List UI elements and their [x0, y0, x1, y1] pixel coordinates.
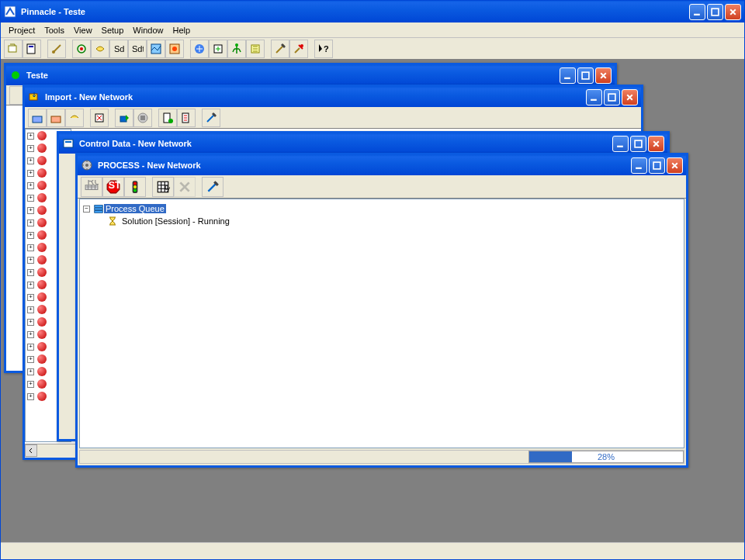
toolbar-btn-11[interactable]: [209, 40, 227, 58]
expand-icon[interactable]: +: [27, 381, 34, 388]
process-minimize[interactable]: [631, 157, 647, 174]
menu-view[interactable]: View: [69, 24, 97, 36]
expand-icon[interactable]: +: [27, 133, 34, 140]
toolbar-btn-15[interactable]: [289, 40, 308, 58]
import-tool-9[interactable]: [202, 109, 220, 127]
import-title: Import - New Network: [45, 92, 133, 102]
control-titlebar[interactable]: Control Data - New Network: [59, 133, 667, 154]
import-tool-2[interactable]: [47, 109, 65, 127]
progress-text: 28%: [529, 452, 683, 461]
toolbar-btn-13[interactable]: [246, 40, 265, 58]
expand-icon[interactable]: +: [27, 368, 34, 375]
process-grid-button[interactable]: %: [152, 177, 174, 197]
expand-icon[interactable]: +: [27, 195, 34, 202]
toolbar-btn-9[interactable]: [165, 40, 184, 58]
svg-rect-22: [582, 72, 589, 79]
expand-icon[interactable]: +: [27, 257, 34, 264]
control-close[interactable]: [648, 136, 664, 152]
toolbar-btn-help[interactable]: ?: [314, 40, 333, 58]
import-close[interactable]: [622, 89, 638, 105]
import-tool-7[interactable]: [158, 109, 177, 127]
process-run-button[interactable]: RUN: [81, 177, 102, 197]
status-dot-icon: [37, 156, 47, 165]
process-maximize[interactable]: [649, 157, 665, 174]
expand-icon[interactable]: +: [27, 344, 34, 351]
tree-child-row[interactable]: Solution [Session] - Running: [83, 215, 681, 227]
teste-minimize[interactable]: [560, 67, 576, 84]
status-dot-icon: [37, 367, 47, 376]
toolbar-btn-14[interactable]: [271, 40, 289, 58]
menu-setup[interactable]: Setup: [97, 24, 129, 36]
expand-icon[interactable]: +: [27, 282, 34, 289]
expand-icon[interactable]: +: [27, 157, 34, 164]
menu-help[interactable]: Help: [168, 24, 195, 36]
toolbar-btn-10[interactable]: [190, 40, 209, 58]
expand-icon[interactable]: +: [27, 170, 34, 177]
tree-child-label: Solution [Session] - Running: [120, 216, 231, 226]
process-stop-button[interactable]: STOP: [102, 177, 124, 197]
tree-root-row[interactable]: − Process Queue: [83, 202, 681, 215]
menu-tools[interactable]: Tools: [40, 24, 69, 36]
toolbar-btn-7[interactable]: Sdt: [128, 40, 147, 58]
expand-icon[interactable]: +: [27, 207, 34, 214]
svg-rect-24: [591, 99, 597, 100]
teste-close[interactable]: [595, 67, 612, 84]
expand-icon[interactable]: +: [27, 244, 34, 251]
expand-icon[interactable]: +: [27, 220, 34, 226]
menu-project[interactable]: Project: [4, 24, 40, 36]
expand-icon[interactable]: +: [27, 393, 34, 400]
minimize-button[interactable]: [689, 4, 705, 20]
svg-text:%: %: [165, 183, 170, 193]
expand-icon[interactable]: +: [27, 319, 34, 326]
expand-icon[interactable]: +: [27, 269, 34, 276]
hourglass-icon: [108, 216, 117, 226]
toolbar-btn-4[interactable]: [72, 40, 91, 58]
close-button[interactable]: [725, 4, 741, 20]
import-maximize[interactable]: [604, 89, 620, 105]
import-tool-6[interactable]: [133, 109, 152, 127]
control-minimize[interactable]: [612, 136, 629, 152]
toolbar-btn-8[interactable]: [147, 40, 165, 58]
expand-icon[interactable]: +: [27, 294, 34, 301]
import-tool-3[interactable]: [65, 109, 84, 127]
expand-icon[interactable]: +: [27, 182, 34, 189]
toolbar-btn-6[interactable]: Sd: [109, 40, 128, 58]
teste-titlebar[interactable]: Teste: [6, 65, 615, 85]
menu-window[interactable]: Window: [128, 24, 168, 36]
status-dot-icon: [37, 206, 47, 215]
svg-rect-38: [635, 140, 642, 147]
import-minimize[interactable]: [586, 89, 602, 105]
toolbar-btn-2[interactable]: [23, 40, 41, 58]
process-delete-button[interactable]: [174, 177, 196, 197]
teste-maximize[interactable]: [577, 67, 594, 84]
svg-rect-23: [29, 94, 37, 100]
expand-icon[interactable]: +: [27, 232, 34, 239]
expand-icon[interactable]: +: [27, 306, 34, 313]
progress-bar: 28%: [528, 451, 684, 463]
import-titlebar[interactable]: Import - New Network: [25, 87, 641, 107]
process-titlebar[interactable]: PROCESS - New Network: [78, 155, 686, 175]
process-close[interactable]: [667, 157, 683, 174]
svg-point-18: [300, 44, 303, 47]
process-wrench-button[interactable]: [202, 177, 224, 197]
expand-icon[interactable]: +: [27, 145, 34, 152]
import-tool-8[interactable]: [177, 109, 196, 127]
scroll-left[interactable]: [25, 444, 37, 457]
status-dot-icon: [37, 280, 47, 289]
maximize-button[interactable]: [707, 4, 723, 20]
teste-title: Teste: [26, 71, 48, 80]
expand-icon[interactable]: +: [27, 356, 34, 363]
import-tool-4[interactable]: [90, 109, 109, 127]
toolbar-btn-1[interactable]: [4, 40, 23, 58]
control-maximize[interactable]: [630, 136, 646, 152]
import-tool-5[interactable]: [115, 109, 133, 127]
process-title: PROCESS - New Network: [98, 161, 201, 170]
toolbar-btn-5[interactable]: [91, 40, 109, 58]
process-signal-button[interactable]: [124, 177, 146, 197]
import-tool-1[interactable]: [28, 109, 47, 127]
expand-icon[interactable]: −: [83, 206, 90, 213]
process-icon: [81, 159, 93, 171]
toolbar-btn-12[interactable]: [227, 40, 246, 58]
expand-icon[interactable]: +: [27, 331, 34, 338]
toolbar-btn-3[interactable]: [47, 40, 66, 58]
